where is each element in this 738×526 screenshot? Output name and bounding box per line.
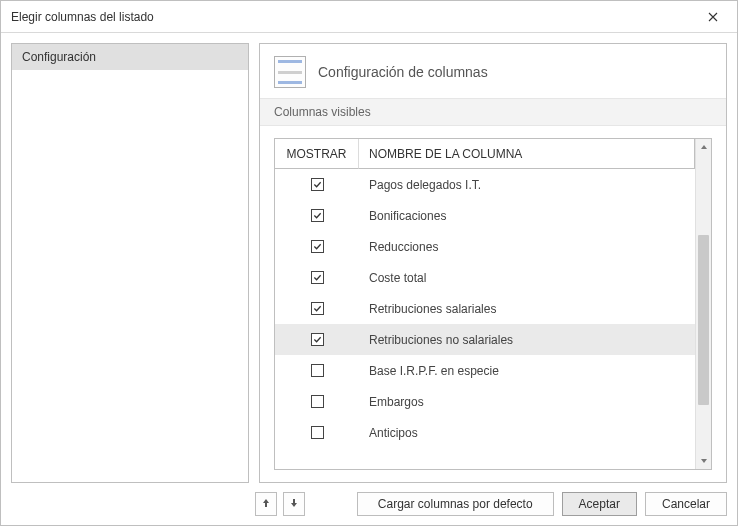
- show-checkbox[interactable]: [311, 209, 324, 222]
- table-header: MOSTRAR NOMBRE DE LA COLUMNA: [275, 139, 695, 169]
- table-wrap: MOSTRAR NOMBRE DE LA COLUMNA Pagos deleg…: [260, 126, 726, 482]
- close-icon: [708, 9, 718, 25]
- cell-column-name: Base I.R.P.F. en especie: [359, 364, 695, 378]
- scroll-up-arrow-icon[interactable]: [696, 139, 711, 155]
- table-row[interactable]: Embargos: [275, 386, 695, 417]
- table-row[interactable]: Base I.R.P.F. en especie: [275, 355, 695, 386]
- accept-button[interactable]: Aceptar: [562, 492, 637, 516]
- main-header: Configuración de columnas: [260, 44, 726, 98]
- table-inner: MOSTRAR NOMBRE DE LA COLUMNA Pagos deleg…: [275, 139, 695, 469]
- table-row[interactable]: Retribuciones no salariales: [275, 324, 695, 355]
- col-header-name[interactable]: NOMBRE DE LA COLUMNA: [359, 139, 695, 169]
- arrow-down-icon: [290, 498, 298, 510]
- footer-buttons: Cargar columnas por defecto Aceptar Canc…: [357, 492, 727, 516]
- cell-column-name: Embargos: [359, 395, 695, 409]
- table-row[interactable]: Anticipos: [275, 417, 695, 448]
- table-row[interactable]: Bonificaciones: [275, 200, 695, 231]
- show-checkbox[interactable]: [311, 333, 324, 346]
- sidebar-item-configuracion[interactable]: Configuración: [12, 44, 248, 70]
- scroll-down-arrow-icon[interactable]: [696, 453, 711, 469]
- cell-show: [275, 271, 359, 284]
- vertical-scrollbar[interactable]: [695, 139, 711, 469]
- section-label-visible-columns: Columnas visibles: [260, 98, 726, 126]
- cell-show: [275, 426, 359, 439]
- table-row[interactable]: Reducciones: [275, 231, 695, 262]
- scroll-thumb[interactable]: [698, 235, 709, 405]
- footer: Cargar columnas por defecto Aceptar Canc…: [1, 483, 737, 525]
- cell-show: [275, 240, 359, 253]
- cancel-button[interactable]: Cancelar: [645, 492, 727, 516]
- titlebar: Elegir columnas del listado: [1, 1, 737, 33]
- window-title: Elegir columnas del listado: [11, 10, 693, 24]
- table-row[interactable]: Retribuciones salariales: [275, 293, 695, 324]
- cell-column-name: Retribuciones no salariales: [359, 333, 695, 347]
- cell-column-name: Bonificaciones: [359, 209, 695, 223]
- cell-show: [275, 178, 359, 191]
- cell-show: [275, 302, 359, 315]
- table-row[interactable]: Coste total: [275, 262, 695, 293]
- show-checkbox[interactable]: [311, 240, 324, 253]
- show-checkbox[interactable]: [311, 178, 324, 191]
- show-checkbox[interactable]: [311, 271, 324, 284]
- cell-show: [275, 364, 359, 377]
- cell-show: [275, 333, 359, 346]
- cell-column-name: Retribuciones salariales: [359, 302, 695, 316]
- table-body: Pagos delegados I.T.BonificacionesReducc…: [275, 169, 695, 448]
- cell-column-name: Coste total: [359, 271, 695, 285]
- main-panel: Configuración de columnas Columnas visib…: [259, 43, 727, 483]
- cell-show: [275, 209, 359, 222]
- cell-column-name: Anticipos: [359, 426, 695, 440]
- dialog-window: Elegir columnas del listado Configuració…: [0, 0, 738, 526]
- cell-show: [275, 395, 359, 408]
- move-up-button[interactable]: [255, 492, 277, 516]
- scroll-track[interactable]: [696, 155, 711, 453]
- cell-column-name: Pagos delegados I.T.: [359, 178, 695, 192]
- show-checkbox[interactable]: [311, 364, 324, 377]
- load-defaults-button[interactable]: Cargar columnas por defecto: [357, 492, 554, 516]
- cell-column-name: Reducciones: [359, 240, 695, 254]
- main-title: Configuración de columnas: [318, 64, 488, 80]
- dialog-body: Configuración Configuración de columnas …: [1, 33, 737, 483]
- show-checkbox[interactable]: [311, 302, 324, 315]
- columns-config-icon: [274, 56, 306, 88]
- arrow-up-icon: [262, 498, 270, 510]
- table-row[interactable]: Pagos delegados I.T.: [275, 169, 695, 200]
- col-header-show[interactable]: MOSTRAR: [275, 139, 359, 169]
- sidebar-item-label: Configuración: [22, 50, 96, 64]
- move-down-button[interactable]: [283, 492, 305, 516]
- close-button[interactable]: [693, 1, 733, 32]
- sidebar: Configuración: [11, 43, 249, 483]
- columns-table: MOSTRAR NOMBRE DE LA COLUMNA Pagos deleg…: [274, 138, 712, 470]
- show-checkbox[interactable]: [311, 395, 324, 408]
- show-checkbox[interactable]: [311, 426, 324, 439]
